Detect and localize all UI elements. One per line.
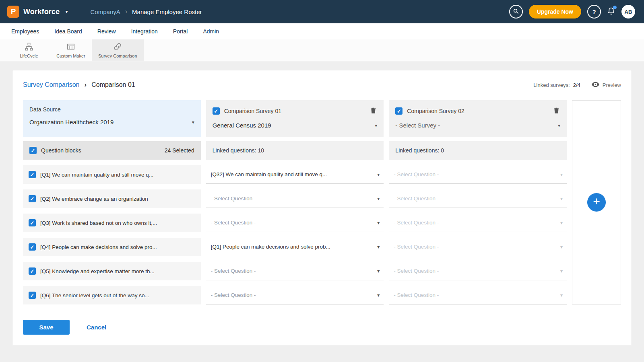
topbar-actions: Upgrade Now ? AB	[509, 5, 644, 19]
question-select-value: - Select Question -	[394, 268, 439, 274]
eye-icon	[592, 82, 599, 88]
comparison-survey-02-column: ✓ Comparison Survey 02 - Select Survey -…	[389, 100, 567, 304]
question-checkbox[interactable]: ✓	[29, 195, 36, 202]
question-checkbox[interactable]: ✓	[29, 171, 36, 178]
linked-surveys-value: 2/4	[573, 82, 580, 88]
chevron-down-icon: ▾	[377, 244, 380, 250]
survey-checkbox[interactable]: ✓	[213, 107, 220, 115]
question-row: ✓ [Q2] We embrace change as an organizat…	[23, 189, 201, 208]
question-select-disabled[interactable]: - Select Question - ▾	[389, 189, 567, 208]
linked-questions-row: Linked questions: 0	[389, 141, 567, 160]
question-row: ✓ [Q4] People can make decisions and sol…	[23, 238, 201, 256]
selected-survey-value: Organization Healthcheck 2019	[29, 119, 114, 125]
survey-checkbox[interactable]: ✓	[395, 107, 402, 115]
chevron-down-icon: ▾	[377, 196, 380, 202]
delete-survey-button[interactable]	[369, 106, 377, 116]
preview-button[interactable]: Preview	[592, 82, 621, 88]
form-footer: Save Cancel	[23, 320, 621, 335]
question-select-value: [Q32] We can maintain quality and still …	[211, 171, 327, 177]
selected-survey-value: General Census 2019	[213, 122, 271, 129]
question-label: [Q1] We can maintain quality and still m…	[40, 172, 153, 178]
upgrade-now-button[interactable]: Upgrade Now	[529, 5, 581, 19]
question-select-value: - Select Question -	[211, 268, 256, 274]
product-switcher[interactable]: P Workforce ▾	[0, 6, 76, 18]
question-select[interactable]: - Select Question - ▾	[206, 189, 384, 208]
help-button[interactable]: ?	[587, 5, 601, 19]
nav-item-review[interactable]: Review	[97, 28, 116, 35]
add-survey-button[interactable]: +	[587, 193, 606, 212]
question-select-disabled[interactable]: - Select Question - ▾	[389, 214, 567, 232]
question-select-value: - Select Question -	[394, 195, 439, 202]
notification-dot	[613, 6, 617, 9]
question-checkbox[interactable]: ✓	[29, 243, 36, 251]
topbar: P Workforce ▾ CompanyA › Manage Employee…	[0, 0, 644, 23]
breadcrumb-company[interactable]: CompanyA	[91, 8, 120, 15]
question-select-value: - Select Question -	[394, 220, 439, 226]
grid-icon	[66, 42, 75, 52]
chevron-down-icon: ▾	[558, 123, 560, 128]
data-source-survey-select[interactable]: Organization Healthcheck 2019 ▾	[29, 119, 194, 125]
main-nav: Employees Idea Board Review Integration …	[0, 23, 644, 39]
question-label: [Q4] People can make decisions and solve…	[40, 244, 157, 250]
chevron-down-icon: ▾	[560, 244, 563, 250]
chevron-down-icon: ▾	[377, 292, 380, 298]
tab-lifecycle[interactable]: LifeCycle	[8, 39, 50, 61]
notifications-button[interactable]	[607, 7, 615, 17]
chevron-down-icon: ▾	[560, 220, 563, 226]
preview-label: Preview	[603, 82, 621, 88]
question-checkbox[interactable]: ✓	[29, 292, 36, 299]
nav-item-idea-board[interactable]: Idea Board	[54, 28, 82, 35]
chevron-right-icon: ›	[125, 8, 127, 15]
tab-label: Survey Comparison	[98, 53, 137, 58]
link-icon	[113, 42, 122, 52]
question-select-disabled[interactable]: - Select Question - ▾	[389, 286, 567, 304]
save-button[interactable]: Save	[23, 320, 70, 335]
survey-select[interactable]: - Select Survey - ▾	[395, 122, 560, 129]
breadcrumb: CompanyA › Manage Employee Roster	[91, 8, 202, 15]
comparison-survey-01-column: ✓ Comparison Survey 01 General Census 20…	[206, 100, 384, 304]
delete-survey-button[interactable]	[553, 106, 560, 116]
chevron-right-icon: ›	[85, 81, 87, 89]
survey-comparison-card: Survey Comparison › Comparison 01 Linked…	[12, 70, 632, 345]
question-select-disabled[interactable]: - Select Question - ▾	[389, 165, 567, 184]
avatar[interactable]: AB	[621, 5, 635, 19]
header-right: Linked surveys: 2/4 Preview	[533, 82, 621, 88]
question-select[interactable]: [Q32] We can maintain quality and still …	[206, 165, 384, 184]
question-select-value: - Select Question -	[211, 195, 256, 202]
question-select-value: - Select Question -	[394, 171, 439, 177]
tab-label: Custom Maker	[56, 53, 85, 58]
trash-icon	[370, 107, 376, 115]
breadcrumb-survey-comparison[interactable]: Survey Comparison	[23, 81, 80, 88]
nav-item-employees[interactable]: Employees	[11, 28, 39, 35]
question-checkbox[interactable]: ✓	[29, 219, 36, 226]
question-select-disabled[interactable]: - Select Question - ▾	[389, 262, 567, 280]
org-chart-icon	[25, 42, 33, 52]
question-blocks-row: ✓ Question blocks 24 Selected	[23, 141, 201, 160]
question-select[interactable]: - Select Question - ▾	[206, 262, 384, 280]
search-button[interactable]	[509, 5, 523, 19]
chevron-down-icon: ▾	[375, 123, 377, 128]
survey-select[interactable]: General Census 2019 ▾	[213, 122, 378, 129]
question-select[interactable]: - Select Question - ▾	[206, 286, 384, 304]
data-source-header: Data Source Organization Healthcheck 201…	[23, 100, 201, 137]
nav-item-integration[interactable]: Integration	[131, 28, 158, 35]
question-row: ✓ [Q5] Knowledge and expertise matter mo…	[23, 262, 201, 280]
comparison-survey-02-header: ✓ Comparison Survey 02 - Select Survey -…	[389, 100, 567, 137]
breadcrumb-comparison-01: Comparison 01	[91, 81, 135, 88]
question-select[interactable]: [Q1] People can make decisions and solve…	[206, 238, 384, 256]
question-blocks-checkbox[interactable]: ✓	[29, 147, 37, 154]
card-header: Survey Comparison › Comparison 01 Linked…	[23, 81, 621, 89]
tab-custom-maker[interactable]: Custom Maker	[50, 39, 92, 61]
linked-questions-label: Linked questions: 0	[395, 147, 444, 154]
cancel-button[interactable]: Cancel	[87, 324, 106, 331]
nav-item-admin[interactable]: Admin	[203, 28, 219, 35]
nav-item-portal[interactable]: Portal	[173, 28, 188, 35]
chevron-down-icon: ▾	[377, 268, 380, 274]
tab-survey-comparison[interactable]: Survey Comparison	[92, 39, 144, 61]
linked-questions-row: Linked questions: 10	[206, 141, 384, 160]
question-select[interactable]: - Select Question - ▾	[206, 214, 384, 232]
linked-questions-label: Linked questions: 10	[213, 147, 264, 154]
question-select-value: [Q1] People can make decisions and solve…	[211, 244, 330, 250]
question-checkbox[interactable]: ✓	[29, 267, 36, 275]
question-select-disabled[interactable]: - Select Question - ▾	[389, 238, 567, 256]
